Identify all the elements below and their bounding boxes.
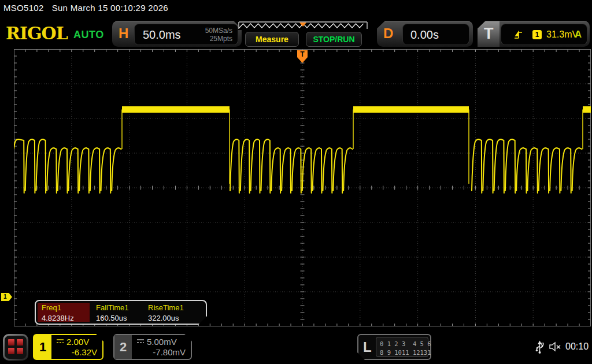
- model-name: MSO5102: [3, 3, 44, 13]
- speaker-muted-icon[interactable]: [548, 341, 562, 352]
- measurement-value: 160.50us: [96, 314, 127, 322]
- measure-button[interactable]: Measure: [245, 32, 299, 47]
- delay-values: 0.00s: [402, 24, 469, 45]
- channel1-offset: -6.32V: [72, 347, 97, 357]
- channel2-number: 2: [114, 335, 132, 359]
- trigger-values: 1 31.3mV A: [501, 24, 587, 45]
- dc-coupling-icon: [136, 339, 145, 344]
- measurement-value: 322.00us: [148, 314, 179, 322]
- runtime-clock: 00:10: [565, 341, 589, 352]
- datetime: Sun March 15 00:10:29 2026: [52, 3, 168, 13]
- horizontal-scale-box[interactable]: H 50.0ms 50MSa/s 25Mpts: [112, 21, 242, 47]
- usb-icon: [535, 339, 545, 354]
- grid-menu-icon[interactable]: [3, 334, 28, 361]
- channel1-level-tag[interactable]: 1: [1, 293, 12, 301]
- oscilloscope-screen: MSO5102Sun March 15 00:10:29 2026 RIGOL …: [0, 0, 592, 364]
- channel1-block[interactable]: 1 2.00V -6.32V: [33, 334, 103, 360]
- acquire-mode-indicator: AUTO: [73, 29, 104, 41]
- measurement-label: FallTime1: [96, 303, 129, 312]
- delay-label: D: [383, 25, 393, 42]
- delay-value: 0.00s: [410, 28, 439, 42]
- channel2-scale: 5.00mV: [136, 337, 177, 347]
- timebase-value: 50.0ms: [143, 28, 181, 42]
- measurement-label: RiseTime1: [148, 303, 184, 312]
- trigger-label: T: [484, 25, 494, 43]
- trigger-sweep-mode: A: [575, 29, 582, 40]
- channel1-waveform-trace: [14, 106, 591, 193]
- measurement-label: Freq1: [42, 303, 61, 312]
- record-position-indicator[interactable]: [238, 21, 368, 30]
- trigger-box[interactable]: T 1 31.3mV A: [478, 21, 590, 47]
- delay-box[interactable]: D 0.00s: [377, 21, 473, 47]
- sample-rate-info: 50MSa/s 25Mpts: [205, 27, 232, 43]
- channel2-offset: -7.80mV: [153, 347, 186, 357]
- trigger-level-value: 31.3mV: [546, 29, 578, 40]
- top-info-bar: MSO5102Sun March 15 00:10:29 2026: [3, 3, 176, 13]
- channel1-scale: 2.00V: [56, 337, 89, 347]
- horizontal-values: 50.0ms 50MSa/s 25Mpts: [134, 24, 238, 45]
- rising-edge-trigger-icon: [514, 31, 524, 39]
- digital-channels: 0 1 2 3 4 5 6 7 8 9 1011 12131415: [376, 337, 428, 357]
- digital-channels-row2: 8 9 1011 12131415: [380, 348, 428, 357]
- channel2-block[interactable]: 2 5.00mV -7.80mV: [113, 334, 192, 360]
- measurement-panel[interactable]: Freq1 4.8238Hz FallTime1 160.50us RiseTi…: [35, 300, 207, 325]
- logic-channels-block[interactable]: L 0 1 2 3 4 5 6 7 8 9 1011 12131415: [357, 334, 431, 360]
- trigger-source-badge: 1: [532, 30, 542, 39]
- horizontal-label: H: [119, 25, 128, 42]
- dc-coupling-icon: [56, 339, 64, 344]
- sample-rate: 50MSa/s: [205, 27, 232, 35]
- memory-depth: 25Mpts: [205, 35, 232, 43]
- digital-channels-row1: 0 1 2 3 4 5 6 7: [380, 340, 428, 348]
- rigol-logo: RIGOL: [6, 23, 68, 43]
- waveform-display-area[interactable]: [14, 49, 591, 326]
- stop-run-button[interactable]: STOP/RUN: [306, 32, 362, 47]
- trigger-tab: T: [478, 21, 500, 47]
- logic-label: L: [363, 339, 372, 355]
- channel1-number: 1: [34, 335, 51, 359]
- measurement-value: 4.8238Hz: [42, 314, 74, 322]
